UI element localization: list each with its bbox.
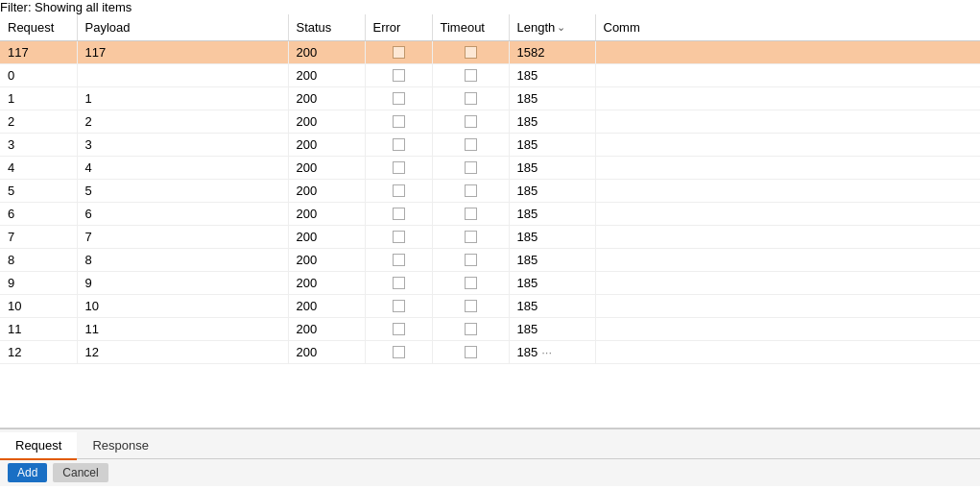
table-row[interactable]: 1111200185 [0, 318, 980, 341]
cell-timeout[interactable] [432, 157, 509, 180]
cell-timeout[interactable] [432, 180, 509, 203]
error-checkbox[interactable] [393, 300, 405, 312]
table-row[interactable]: 88200185 [0, 249, 980, 272]
error-checkbox[interactable] [393, 346, 405, 358]
cell-timeout[interactable] [432, 110, 509, 134]
table-header-row: Request Payload Status Error Timeout Len… [0, 14, 980, 41]
tab-request[interactable]: Request [0, 432, 77, 460]
error-checkbox[interactable] [393, 161, 405, 174]
cell-request: 117 [0, 41, 77, 64]
cell-timeout[interactable] [432, 318, 509, 341]
table-row[interactable]: 55200185 [0, 180, 980, 203]
cell-comm [595, 134, 980, 157]
table-row[interactable]: 11200185 [0, 87, 980, 110]
cancel-button[interactable]: Cancel [53, 463, 108, 482]
table-row[interactable]: 44200185 [0, 157, 980, 180]
timeout-checkbox[interactable] [465, 208, 477, 220]
cell-length: 185 [509, 180, 595, 203]
cell-error[interactable] [365, 134, 432, 157]
cell-length: 185 [509, 318, 595, 341]
table-row[interactable]: 33200185 [0, 134, 980, 157]
cell-payload: 117 [77, 41, 288, 64]
cell-error[interactable] [365, 318, 432, 341]
table-row[interactable]: 1212200185··· [0, 341, 980, 364]
cell-length: 185 [509, 295, 595, 318]
cell-error[interactable] [365, 41, 432, 64]
timeout-checkbox[interactable] [465, 323, 477, 335]
cell-status: 200 [288, 157, 365, 180]
col-header-request[interactable]: Request [0, 14, 77, 41]
error-checkbox[interactable] [393, 254, 405, 266]
timeout-checkbox[interactable] [465, 277, 477, 289]
table-row[interactable]: 0200185 [0, 64, 980, 87]
cell-error[interactable] [365, 226, 432, 249]
tab-response[interactable]: Response [77, 432, 164, 460]
timeout-checkbox[interactable] [465, 231, 477, 243]
cell-error[interactable] [365, 180, 432, 203]
timeout-checkbox[interactable] [465, 161, 477, 174]
timeout-checkbox[interactable] [465, 346, 477, 358]
timeout-checkbox[interactable] [465, 69, 477, 82]
timeout-checkbox[interactable] [465, 46, 477, 59]
cell-error[interactable] [365, 64, 432, 87]
cell-timeout[interactable] [432, 87, 509, 110]
timeout-checkbox[interactable] [465, 115, 477, 128]
table-row[interactable]: 99200185 [0, 272, 980, 295]
cell-timeout[interactable] [432, 249, 509, 272]
error-checkbox[interactable] [393, 231, 405, 243]
timeout-checkbox[interactable] [465, 138, 477, 151]
timeout-checkbox[interactable] [465, 184, 477, 197]
error-checkbox[interactable] [393, 184, 405, 197]
error-checkbox[interactable] [393, 46, 405, 59]
error-checkbox[interactable] [393, 138, 405, 151]
table-row[interactable]: 77200185 [0, 226, 980, 249]
cell-request: 10 [0, 295, 77, 318]
cell-request: 1 [0, 87, 77, 110]
cell-error[interactable] [365, 295, 432, 318]
error-checkbox[interactable] [393, 115, 405, 128]
error-checkbox[interactable] [393, 69, 405, 82]
col-header-payload[interactable]: Payload [77, 14, 288, 41]
timeout-checkbox[interactable] [465, 300, 477, 312]
cell-timeout[interactable] [432, 203, 509, 226]
cell-request: 0 [0, 64, 77, 87]
cell-comm [595, 341, 980, 364]
error-checkbox[interactable] [393, 323, 405, 335]
cell-timeout[interactable] [432, 41, 509, 64]
cell-error[interactable] [365, 87, 432, 110]
error-checkbox[interactable] [393, 92, 405, 105]
cell-timeout[interactable] [432, 295, 509, 318]
col-header-timeout[interactable]: Timeout [432, 14, 509, 41]
cell-error[interactable] [365, 110, 432, 134]
cell-status: 200 [288, 64, 365, 87]
col-header-comm[interactable]: Comm [595, 14, 980, 41]
cell-length: 185 [509, 134, 595, 157]
timeout-checkbox[interactable] [465, 254, 477, 266]
cell-timeout[interactable] [432, 341, 509, 364]
cell-error[interactable] [365, 203, 432, 226]
error-checkbox[interactable] [393, 208, 405, 220]
cell-comm [595, 110, 980, 134]
cell-error[interactable] [365, 341, 432, 364]
col-header-status[interactable]: Status [288, 14, 365, 41]
col-header-error[interactable]: Error [365, 14, 432, 41]
error-checkbox[interactable] [393, 277, 405, 289]
cell-error[interactable] [365, 249, 432, 272]
cell-error[interactable] [365, 157, 432, 180]
col-header-length[interactable]: Length ⌄ [509, 14, 595, 41]
cell-timeout[interactable] [432, 226, 509, 249]
cell-status: 200 [288, 318, 365, 341]
cell-payload: 1 [77, 87, 288, 110]
cell-status: 200 [288, 341, 365, 364]
table-row[interactable]: 1171172001582 [0, 41, 980, 64]
table-row[interactable]: 66200185 [0, 203, 980, 226]
table-row[interactable]: 1010200185 [0, 295, 980, 318]
cell-request: 2 [0, 110, 77, 134]
cell-timeout[interactable] [432, 64, 509, 87]
cell-timeout[interactable] [432, 272, 509, 295]
table-row[interactable]: 22200185 [0, 110, 980, 134]
timeout-checkbox[interactable] [465, 92, 477, 105]
add-button[interactable]: Add [8, 463, 47, 482]
cell-timeout[interactable] [432, 134, 509, 157]
cell-error[interactable] [365, 272, 432, 295]
